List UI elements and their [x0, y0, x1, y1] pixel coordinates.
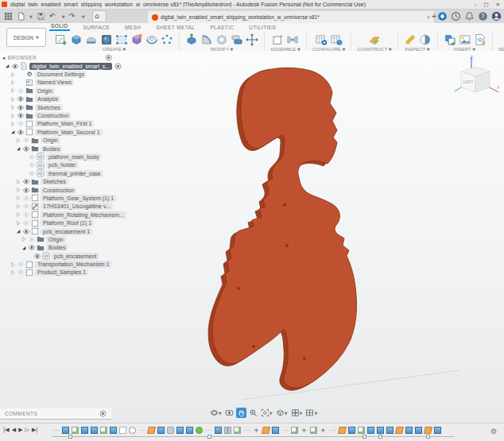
- timeline-feature-joint-icon[interactable]: [167, 427, 174, 434]
- extensions-icon[interactable]: [437, 11, 448, 21]
- new-component-icon[interactable]: [271, 33, 284, 46]
- tree-row[interactable]: Named Views: [2, 79, 115, 87]
- new-tab-button[interactable]: +: [432, 12, 436, 21]
- fillet-icon[interactable]: [200, 33, 213, 46]
- tree-item-label[interactable]: Transportation_Mechanism 1: [35, 261, 111, 268]
- timeline-feature-extrude-icon[interactable]: [176, 427, 184, 434]
- file-icon[interactable]: [17, 12, 25, 21]
- tree-row[interactable]: Analysis: [2, 95, 115, 103]
- timeline-feature-plane-icon[interactable]: [424, 427, 432, 434]
- timeline-feature-group-icon[interactable]: ⋯: [205, 427, 212, 434]
- combine-icon[interactable]: [231, 33, 243, 46]
- timeline-group-marker[interactable]: [378, 435, 382, 439]
- tree-row[interactable]: Platform_Rotating_Mechanism...: [2, 211, 115, 219]
- collapse-arrow-icon[interactable]: [15, 203, 21, 210]
- timeline-feature-extrude-icon[interactable]: [386, 427, 394, 434]
- timeline-group-marker[interactable]: [68, 435, 72, 439]
- tree-row[interactable]: thermal_printer_case: [2, 169, 115, 177]
- collapse-arrow-icon[interactable]: [15, 179, 21, 185]
- job-status-icon[interactable]: [451, 11, 461, 21]
- visibility-eye-icon[interactable]: [11, 63, 19, 70]
- tree-row[interactable]: Bodies: [2, 244, 115, 252]
- tree-item-label[interactable]: 17HS3401_Uscogattine v...: [41, 203, 113, 210]
- collapse-arrow-icon[interactable]: [10, 113, 16, 119]
- collapse-arrow-icon[interactable]: [15, 211, 21, 218]
- joint-icon[interactable]: [286, 33, 299, 46]
- timeline-feature-plane-icon[interactable]: [395, 427, 404, 434]
- timeline-feature-sketch-icon[interactable]: [72, 427, 79, 434]
- collapse-arrow-icon[interactable]: [15, 137, 21, 144]
- collapse-arrow-icon[interactable]: [10, 87, 16, 94]
- expand-arrow-icon[interactable]: [4, 63, 10, 69]
- tree-item-label[interactable]: Origin: [41, 137, 60, 144]
- tree-row[interactable]: pcb_encasement 1: [2, 227, 115, 235]
- visibility-eye-icon[interactable]: [28, 236, 36, 243]
- tree-item-label[interactable]: Sketches: [41, 178, 68, 185]
- tree-item-label[interactable]: Platform_Roof (1) 1: [41, 219, 94, 226]
- tree-item-label[interactable]: Document Settings: [35, 71, 87, 78]
- torus-icon[interactable]: [145, 33, 158, 46]
- pan-tool[interactable]: [236, 408, 246, 418]
- tree-item-label[interactable]: Platform_Gear_System (1) 1: [41, 195, 116, 202]
- tree-row[interactable]: Platform_Main_Second 1: [2, 128, 115, 136]
- tree-row[interactable]: Platform_Gear_System (1) 1: [2, 194, 115, 202]
- browser-options-icon[interactable]: [105, 54, 112, 61]
- tree-item-label[interactable]: pcb_holder: [46, 161, 79, 168]
- look-at-icon[interactable]: [225, 408, 234, 417]
- timeline-group-marker[interactable]: [362, 435, 366, 439]
- orbit-tool[interactable]: ▼: [209, 408, 223, 418]
- tree-item-label[interactable]: Platform_Main_Second 1: [35, 129, 103, 136]
- timeline-feature-group-icon[interactable]: ⋯: [281, 427, 289, 434]
- timeline-feature-extrude-icon[interactable]: [367, 427, 374, 434]
- visibility-eye-icon[interactable]: [22, 178, 30, 185]
- timeline-feature-extrude-icon[interactable]: [272, 427, 279, 434]
- timeline-feature-plane-icon[interactable]: [262, 427, 270, 434]
- box-icon[interactable]: [70, 33, 83, 46]
- tree-item-label[interactable]: Platform_Main_First 1: [35, 120, 94, 127]
- timeline-feature-document-icon[interactable]: [119, 427, 126, 434]
- visibility-eye-icon[interactable]: [17, 129, 25, 136]
- canvas-icon[interactable]: [459, 33, 471, 46]
- timeline-feature-hole-icon[interactable]: [129, 427, 136, 434]
- tree-item-label[interactable]: Origin: [35, 87, 55, 95]
- visibility-eye-icon[interactable]: [28, 170, 36, 177]
- visibility-eye-icon[interactable]: [17, 95, 25, 103]
- viewports-tool[interactable]: ▼: [304, 408, 318, 418]
- save-icon[interactable]: [37, 12, 45, 21]
- visibility-eye-icon[interactable]: [22, 195, 30, 202]
- tab-close-icon[interactable]: ×: [427, 14, 430, 20]
- timeline-feature-extrude-icon[interactable]: [405, 427, 413, 434]
- visibility-eye-icon[interactable]: [22, 219, 30, 226]
- tree-item-label[interactable]: Sketches: [35, 104, 63, 111]
- timeline-feature-move-icon[interactable]: +: [300, 427, 308, 434]
- visibility-eye-icon[interactable]: [17, 87, 25, 95]
- expand-arrow-icon[interactable]: [15, 228, 21, 234]
- visibility-eye-icon[interactable]: [17, 269, 25, 276]
- tree-item-label[interactable]: Construction: [41, 187, 76, 194]
- ribbon-tab-solid[interactable]: SOLID: [49, 23, 70, 31]
- collapse-arrow-icon[interactable]: [10, 72, 16, 78]
- viewport-canvas[interactable]: Z LEFT X ◂ BROWSER digital_twin_enabled_…: [0, 51, 504, 424]
- display-settings-icon[interactable]: [276, 408, 285, 417]
- ribbon-tab-surface[interactable]: SURFACE: [82, 25, 112, 31]
- collapse-arrow-icon[interactable]: [10, 261, 16, 268]
- timeline-feature-plane-icon[interactable]: [338, 427, 347, 434]
- expand-arrow-icon[interactable]: [15, 145, 21, 152]
- timeline-feature-extrude-icon[interactable]: [62, 427, 69, 434]
- timeline-feature-sketch-icon[interactable]: [234, 427, 241, 434]
- tree-item-label[interactable]: Bodies: [46, 244, 68, 251]
- view-cube[interactable]: Z LEFT X: [453, 54, 499, 97]
- timeline-feature-move-icon[interactable]: +: [253, 427, 260, 434]
- tree-item-label[interactable]: Named Views: [35, 79, 74, 86]
- step-forward-button[interactable]: ▷: [25, 427, 29, 433]
- tree-item-label[interactable]: pcb_encasement: [52, 253, 99, 260]
- timeline-feature-extrude-icon[interactable]: [110, 427, 117, 434]
- timeline-feature-form-icon[interactable]: [196, 427, 203, 434]
- data-panel-icon[interactable]: [4, 12, 13, 21]
- visibility-eye-icon[interactable]: [17, 261, 25, 268]
- tree-item-label[interactable]: pcb_encasement 1: [41, 228, 92, 235]
- pattern-icon[interactable]: [161, 33, 173, 46]
- visibility-eye-icon[interactable]: [17, 112, 25, 119]
- fit-tool[interactable]: ▼: [260, 408, 273, 418]
- document-tab[interactable]: digital_twin_enabled_smart_shipping_work…: [148, 11, 434, 23]
